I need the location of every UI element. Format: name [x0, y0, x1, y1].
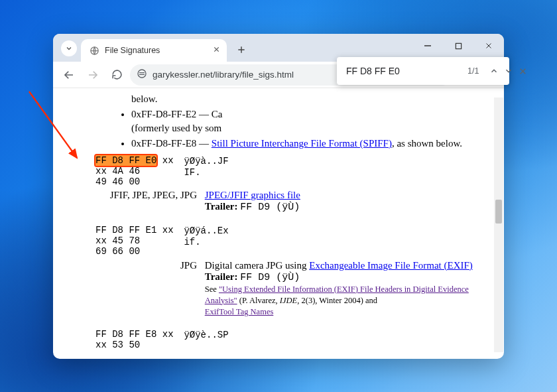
tab-title: File Signatures	[105, 46, 160, 55]
ext-label: JPG	[101, 260, 197, 271]
page-content: below. 0xFF-D8-FF-E2 — Ca(formerly used …	[53, 88, 504, 359]
new-tab-button[interactable]	[232, 40, 251, 59]
exif-link[interactable]: Exchangeable Image File Format (EXIF)	[309, 260, 473, 271]
window-controls	[412, 34, 504, 58]
reload-button[interactable]	[106, 64, 127, 86]
ext-desc: JPEG/JFIF graphics file Trailer: FF D9 (…	[205, 190, 300, 213]
find-bar: 1/1	[337, 57, 509, 85]
find-prev-button[interactable]	[489, 63, 499, 79]
hex-block: FF D8 FF E1 xx xx 45 78 69 66 00	[95, 225, 174, 257]
globe-icon	[89, 45, 99, 56]
scrollbar-vertical[interactable]	[494, 98, 503, 352]
tab-search-button[interactable]	[61, 40, 77, 56]
spiff-link[interactable]: Still Picture Interchange File Format (S…	[212, 138, 392, 149]
find-input[interactable]	[346, 66, 462, 76]
ascii-block: ÿØÿè..SP	[184, 329, 228, 340]
find-next-button[interactable]	[504, 63, 513, 79]
find-close-button[interactable]	[519, 63, 527, 79]
bullet-fragment: below.	[131, 92, 492, 105]
maximize-button[interactable]	[443, 34, 473, 58]
ext-desc: Digital camera JPG using Exchangeable Im…	[205, 260, 483, 317]
hex-block: FF D8 FF E8 xx xx 53 50	[95, 329, 174, 350]
close-window-button[interactable]	[473, 34, 504, 58]
exiftool-link[interactable]: ExifTool Tag Names	[205, 307, 274, 316]
signature-row-e1: FF D8 FF E1 xx xx 45 78 69 66 00 ÿØÿá..E…	[81, 225, 492, 257]
forward-button[interactable]	[82, 64, 103, 86]
scrollbar-thumb[interactable]	[495, 200, 502, 224]
svg-rect-6	[456, 43, 461, 48]
jpeg-jfif-link[interactable]: JPEG/JFIF graphics file	[205, 190, 300, 200]
hex-highlighted: FF D8 FF E0	[95, 155, 156, 166]
minimize-button[interactable]	[412, 34, 443, 58]
find-count: 1/1	[467, 66, 479, 76]
ascii-block: ÿØÿà..JF IF.	[184, 155, 228, 178]
signature-row-e0: FF D8 FF E0 xx xx 4A 46 49 46 00 ÿØÿà..J…	[81, 155, 492, 187]
hex-block: FF D8 FF E0 xx xx 4A 46 49 46 00	[95, 155, 174, 187]
signature-row-e8: FF D8 FF E8 xx xx 53 50 ÿØÿè..SP	[81, 329, 492, 350]
svg-point-11	[138, 70, 146, 78]
bullet-e2: 0xFF-D8-FF-E2 — Ca(formerly used by som	[131, 107, 492, 135]
ascii-block: ÿØÿá..Ex if.	[184, 225, 228, 247]
site-info-icon[interactable]	[137, 68, 147, 81]
tab-active[interactable]: File Signatures	[81, 39, 227, 62]
tab-close-button[interactable]	[213, 46, 220, 55]
bullet-e8: 0xFF-D8-FF-E8 — Still Picture Interchang…	[131, 137, 492, 150]
back-button[interactable]	[58, 64, 80, 86]
ext-label: JFIF, JPE, JPEG, JPG	[101, 190, 197, 201]
